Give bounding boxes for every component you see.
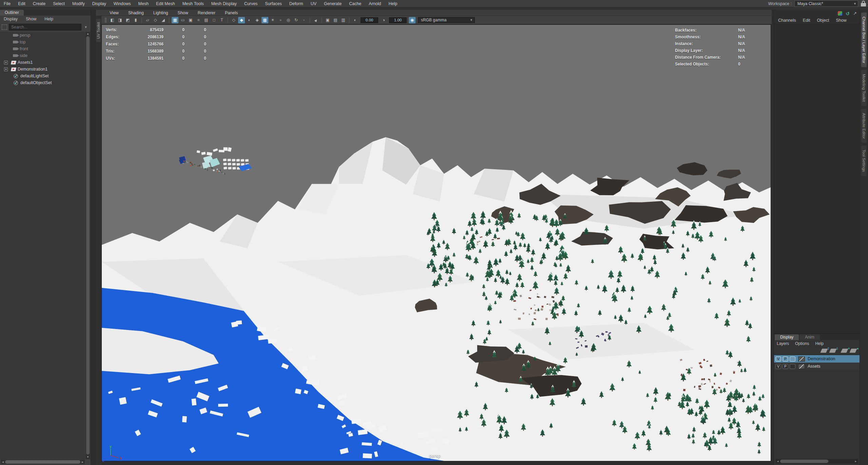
workspace-selector[interactable]: Maya Classic* ▼	[794, 0, 858, 7]
layer-row-demonstration[interactable]: V P Demonstration	[774, 355, 860, 363]
menubar-item[interactable]: Mesh Tools	[179, 1, 208, 6]
multisampling-icon[interactable]: ▪	[301, 17, 307, 23]
layer-editor-hscrollbar[interactable]: ◄ ►	[775, 459, 858, 464]
resolution-gate-icon[interactable]: ▣	[187, 17, 194, 23]
safe-action-icon[interactable]: □	[211, 17, 217, 23]
viewport-menu-item[interactable]: View	[110, 11, 119, 15]
scroll-thumb[interactable]	[780, 460, 828, 463]
ambient-occlusion-icon[interactable]: ◎	[285, 17, 292, 23]
tab-display[interactable]: Display	[775, 334, 799, 340]
outliner-item-set[interactable]: defaultObjectSet	[0, 79, 85, 86]
wireframe-icon[interactable]: ◇	[230, 17, 237, 23]
channelbox-menu-item[interactable]: Edit	[803, 18, 810, 23]
layer-visibility-toggle[interactable]: V	[775, 356, 781, 362]
tab-channel-box-layer-editor[interactable]: Channel Box / Layer Editor	[861, 13, 867, 67]
menubar-item[interactable]: Display	[89, 1, 110, 6]
layer-playback-toggle[interactable]: P	[783, 356, 788, 362]
lighting-icon[interactable]: ☀	[269, 17, 276, 23]
outliner-item-camera[interactable]: top	[0, 39, 85, 45]
exposure-icon[interactable]: ◐	[352, 17, 359, 23]
tab-modeling-toolkit[interactable]: Modeling Toolkit	[861, 70, 867, 106]
menubar-item[interactable]: Surfaces	[261, 1, 285, 6]
bookmark-icon[interactable]: ▮	[132, 17, 139, 23]
layer-editor-menu-item[interactable]: Help	[815, 341, 824, 346]
contrast-icon[interactable]: ◑	[380, 17, 387, 23]
camera-attributes-icon[interactable]: ◩	[124, 17, 131, 23]
menubar-item[interactable]: Create	[29, 1, 50, 6]
outliner-item-assets1[interactable]: + ► Assets1	[0, 59, 85, 66]
menubar-item[interactable]: Select	[49, 1, 69, 6]
menubar-item[interactable]: Cache	[345, 1, 365, 6]
outliner-item-set[interactable]: defaultLightSet	[0, 73, 85, 79]
isolate-select-icon[interactable]: ▣	[324, 17, 331, 23]
outliner-item-camera[interactable]: persp	[0, 32, 85, 39]
viewport-canvas[interactable]: Verts: 875419 0 0 Edges: 2086139 0 0 Fac…	[101, 24, 771, 461]
menubar-item[interactable]: Mesh	[135, 1, 153, 6]
outliner-item-demonstration1[interactable]: + ► Demonstration1	[0, 66, 85, 73]
menubar-item[interactable]: Modify	[69, 1, 89, 6]
outliner-tab[interactable]: Outliner	[0, 10, 24, 16]
tab-tool-settings[interactable]: Tool Settings	[861, 146, 867, 176]
2d-pan-zoom-icon[interactable]: ◇	[152, 17, 159, 23]
menubar-item[interactable]: Windows	[110, 1, 135, 6]
menubar-item[interactable]: Deform	[286, 1, 307, 6]
search-input[interactable]	[9, 24, 81, 31]
exposure-field[interactable]	[361, 17, 378, 23]
default-material-icon[interactable]: ▩	[262, 17, 268, 23]
layer-playback-toggle[interactable]: P	[783, 364, 788, 369]
wireframe-on-shaded-icon[interactable]: ◈	[254, 17, 261, 23]
outliner-item-camera[interactable]: front	[0, 45, 85, 52]
layer-visibility-toggle[interactable]: V	[775, 364, 781, 369]
camera-icon[interactable]: ◧	[109, 17, 116, 23]
motion-blur-icon[interactable]: ↻	[293, 17, 300, 23]
color-management-icon[interactable]: ◉	[409, 17, 416, 23]
safe-title-icon[interactable]: T	[218, 17, 225, 23]
menubar-item[interactable]: Help	[385, 1, 401, 6]
menubar-item[interactable]: Generate	[320, 1, 345, 6]
tab-anim[interactable]: Anim	[799, 334, 819, 340]
viewport-menu-item[interactable]: Renderer	[198, 11, 215, 15]
outliner-menu-item[interactable]: Show	[26, 17, 36, 21]
create-empty-layer-icon[interactable]: +	[841, 349, 848, 353]
textured-icon[interactable]: ◐	[246, 17, 253, 23]
create-layer-from-selected-icon[interactable]: ●	[849, 349, 857, 353]
isolate-add-icon[interactable]: ▤	[332, 17, 339, 23]
menubar-item[interactable]: Arnold	[365, 1, 385, 6]
gate-mask-icon[interactable]: ■	[195, 17, 202, 23]
scroll-down-icon[interactable]: ▼	[85, 455, 90, 459]
expand-icon[interactable]: +	[4, 67, 8, 71]
channelbox-menu-item[interactable]: Show	[836, 18, 847, 23]
scroll-left-icon[interactable]: ◄	[775, 460, 780, 463]
channelbox-menu-item[interactable]: Channels	[778, 18, 796, 23]
layer-editor-menu-item[interactable]: Options	[795, 341, 809, 346]
menubar-item[interactable]: Curves	[240, 1, 262, 6]
graph-editor-icon[interactable]: ↗	[853, 11, 857, 16]
layer-color-swatch[interactable]	[798, 364, 805, 369]
channelbox-menu-item[interactable]: Object	[817, 18, 829, 23]
uv-toolkit-tab[interactable]: UV Toolkit	[96, 19, 101, 42]
transform-gizmo-icon[interactable]	[838, 11, 842, 16]
search-dropdown-icon[interactable]: ▼	[83, 25, 89, 29]
outliner-menu-item[interactable]: Help	[44, 17, 53, 21]
expand-icon[interactable]: +	[4, 61, 8, 64]
viewport-menu-item[interactable]: Lighting	[153, 11, 168, 15]
scroll-right-icon[interactable]: ►	[853, 460, 858, 463]
menubar-item[interactable]: File	[0, 1, 14, 6]
outliner-hscrollbar[interactable]: ◄ ►	[1, 460, 85, 464]
layer-move-down-icon[interactable]: ⇩	[829, 349, 836, 353]
field-chart-icon[interactable]: ▤	[203, 17, 210, 23]
layer-editor-menu-item[interactable]: Layers	[777, 341, 789, 346]
layer-move-up-icon[interactable]: ⇧	[820, 349, 828, 353]
grease-pencil-icon[interactable]: ◢	[160, 17, 167, 23]
viewport-menu-item[interactable]: Show	[178, 11, 188, 15]
menubar-item[interactable]: Edit Mesh	[152, 1, 179, 6]
outliner-menu-item[interactable]: Display	[4, 17, 18, 21]
select-cursor-icon[interactable]: ►	[311, 15, 320, 24]
image-plane-icon[interactable]: ▱	[144, 17, 151, 23]
viewport-menu-item[interactable]: Shading	[128, 11, 144, 15]
camera-lock-icon[interactable]: ◨	[117, 17, 123, 23]
scroll-up-icon[interactable]: ▲	[85, 32, 90, 36]
construction-history-icon[interactable]: ↺	[846, 11, 850, 16]
scroll-right-icon[interactable]: ►	[80, 461, 85, 464]
menubar-item[interactable]: UV	[307, 1, 320, 6]
